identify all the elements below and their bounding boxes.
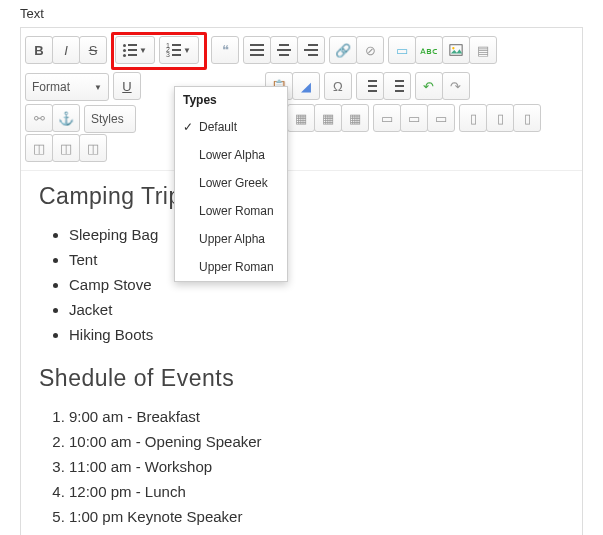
toolbar: B I S ▼ ▼ bbox=[21, 28, 582, 171]
undo-button[interactable]: ↶ bbox=[415, 72, 443, 100]
list-types-menu: Types Default Lower Alpha Lower Greek Lo… bbox=[174, 86, 288, 282]
table-delete-button[interactable]: ▦ bbox=[341, 104, 369, 132]
table-split-button[interactable]: ▭ bbox=[400, 104, 428, 132]
underline-button[interactable]: U bbox=[113, 72, 141, 100]
list-item: Hiking Boots bbox=[69, 322, 564, 347]
editor-content[interactable]: Camping Trip Sleeping Bag Tent Camp Stov… bbox=[21, 171, 582, 535]
table-merge-button[interactable]: ▭ bbox=[373, 104, 401, 132]
insert-media-button[interactable]: ▭ bbox=[388, 36, 416, 64]
heading-schedule: Shedule of Events bbox=[39, 365, 564, 392]
link-button[interactable]: 🔗 bbox=[329, 36, 357, 64]
ordered-list-icon bbox=[167, 44, 181, 56]
list-type-upper-roman[interactable]: Upper Roman bbox=[175, 253, 287, 281]
heading-camping: Camping Trip bbox=[39, 183, 564, 210]
cell-split-button[interactable]: ◫ bbox=[52, 134, 80, 162]
outdent-icon bbox=[363, 80, 377, 92]
indent-icon bbox=[390, 80, 404, 92]
list-item: Tent bbox=[69, 247, 564, 272]
list-item: Sleeping Bag bbox=[69, 222, 564, 247]
bold-button[interactable]: B bbox=[25, 36, 53, 64]
bullet-list-button[interactable]: ▼ bbox=[115, 36, 155, 64]
italic-button[interactable]: I bbox=[52, 36, 80, 64]
list-item: 9:00 am - Breakfast bbox=[69, 404, 564, 429]
list-item: 12:00 pm - Lunch bbox=[69, 479, 564, 504]
align-left-button[interactable] bbox=[243, 36, 271, 64]
col-after-button[interactable]: ▯ bbox=[486, 104, 514, 132]
list-item: 1:00 pm Keynote Speaker bbox=[69, 504, 564, 529]
cell-props-button[interactable]: ◫ bbox=[79, 134, 107, 162]
image-button[interactable] bbox=[442, 36, 470, 64]
special-char-button[interactable]: Ω bbox=[324, 72, 352, 100]
svg-rect-0 bbox=[450, 45, 462, 56]
list-item: 10:00 am - Opening Speaker bbox=[69, 429, 564, 454]
unlink-button[interactable]: ⊘ bbox=[356, 36, 384, 64]
list-item: Jacket bbox=[69, 297, 564, 322]
align-center-icon bbox=[277, 44, 291, 56]
spellcheck-button[interactable]: ᴀʙᴄ bbox=[415, 36, 443, 64]
blockquote-button[interactable]: ❝ bbox=[211, 36, 239, 64]
col-delete-button[interactable]: ▯ bbox=[513, 104, 541, 132]
format-select[interactable]: Format▼ bbox=[25, 73, 109, 101]
anchor-button[interactable]: ⚓ bbox=[52, 104, 80, 132]
chevron-down-icon: ▼ bbox=[139, 46, 147, 55]
list-types-title: Types bbox=[175, 87, 287, 113]
internal-link-button[interactable]: ⚯ bbox=[25, 104, 53, 132]
table-col-button[interactable]: ▦ bbox=[314, 104, 342, 132]
redo-button[interactable]: ↷ bbox=[442, 72, 470, 100]
list-item: Camp Stove bbox=[69, 272, 564, 297]
cell-merge-button[interactable]: ◫ bbox=[25, 134, 53, 162]
text-editor: Types Default Lower Alpha Lower Greek Lo… bbox=[20, 27, 583, 535]
numbered-list: 9:00 am - Breakfast 10:00 am - Opening S… bbox=[39, 404, 564, 529]
align-right-button[interactable] bbox=[297, 36, 325, 64]
list-type-default[interactable]: Default bbox=[175, 113, 287, 141]
table-row-button[interactable]: ▦ bbox=[287, 104, 315, 132]
align-left-icon bbox=[250, 44, 264, 56]
image-icon bbox=[449, 43, 463, 57]
indent-button[interactable] bbox=[383, 72, 411, 100]
list-type-lower-roman[interactable]: Lower Roman bbox=[175, 197, 287, 225]
bullet-list: Sleeping Bag Tent Camp Stove Jacket Hiki… bbox=[39, 222, 564, 347]
col-before-button[interactable]: ▯ bbox=[459, 104, 487, 132]
list-item: 11:00 am - Workshop bbox=[69, 454, 564, 479]
bullet-list-icon bbox=[123, 44, 137, 56]
styles-select[interactable]: Styles bbox=[84, 105, 136, 133]
list-buttons-highlight: ▼ ▼ bbox=[111, 32, 207, 70]
list-type-lower-alpha[interactable]: Lower Alpha bbox=[175, 141, 287, 169]
eraser-button[interactable]: ◢ bbox=[292, 72, 320, 100]
list-type-lower-greek[interactable]: Lower Greek bbox=[175, 169, 287, 197]
chevron-down-icon: ▼ bbox=[94, 83, 102, 92]
section-label: Text bbox=[20, 0, 583, 27]
template-button[interactable]: ▤ bbox=[469, 36, 497, 64]
list-type-upper-alpha[interactable]: Upper Alpha bbox=[175, 225, 287, 253]
svg-point-1 bbox=[452, 47, 454, 49]
table-cell-button[interactable]: ▭ bbox=[427, 104, 455, 132]
align-right-icon bbox=[304, 44, 318, 56]
chevron-down-icon: ▼ bbox=[183, 46, 191, 55]
ordered-list-button[interactable]: ▼ bbox=[159, 36, 199, 64]
align-center-button[interactable] bbox=[270, 36, 298, 64]
strikethrough-button[interactable]: S bbox=[79, 36, 107, 64]
outdent-button[interactable] bbox=[356, 72, 384, 100]
